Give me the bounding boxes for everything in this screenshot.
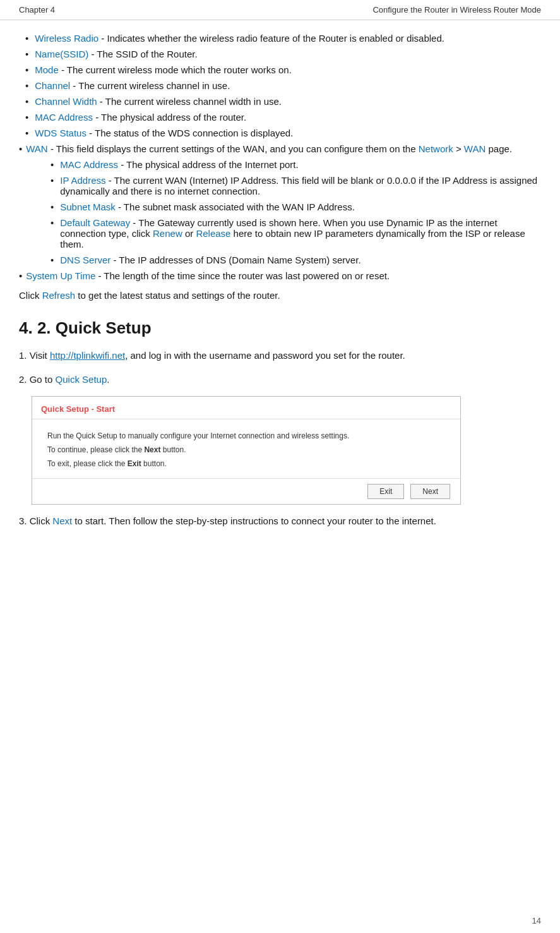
term-dns-server: DNS Server xyxy=(60,255,110,265)
list-item: • DNS Server - The IP addresses of DNS (… xyxy=(44,255,541,265)
num-2: 2. Go to Quick Setup. xyxy=(19,374,109,385)
list-item: • IP Address - The current WAN (Internet… xyxy=(44,175,541,196)
term-mac-address: MAC Address xyxy=(35,112,93,123)
screenshot-exit-word: Exit xyxy=(128,459,141,468)
term-refresh: Refresh xyxy=(42,290,76,301)
system-up-time-section: • System Up Time - The length of the tim… xyxy=(19,270,541,281)
bullet-dot: • xyxy=(25,96,28,107)
bullet-dot: • xyxy=(51,202,54,212)
term-next: Next xyxy=(52,515,72,526)
system-up-time-text: System Up Time - The length of the time … xyxy=(26,270,390,281)
term-quick-setup: Quick Setup xyxy=(56,374,107,385)
numbered-item-1: 1. Visit http://tplinkwifi.net, and log … xyxy=(19,348,541,363)
item-text: Name(SSID) - The SSID of the Router. xyxy=(35,49,197,59)
list-item: • Mode - The current wireless mode which… xyxy=(19,64,541,75)
tplinkwifi-link[interactable]: http://tplinkwifi.net xyxy=(50,350,125,361)
list-item: • Wireless Radio - Indicates whether the… xyxy=(19,33,541,44)
section-heading: 4. 2. Quick Setup xyxy=(19,318,541,338)
bullet-dot: • xyxy=(51,217,54,228)
term-subnet-mask: Subnet Mask xyxy=(60,202,116,212)
list-item: • Channel - The current wireless channel… xyxy=(19,80,541,91)
item-text: IP Address - The current WAN (Internet) … xyxy=(60,175,541,196)
list-item: • MAC Address - The physical address of … xyxy=(19,112,541,123)
wan-sub-bullets: • MAC Address - The physical address of … xyxy=(19,159,541,265)
num-1: 1. Visit http://tplinkwifi.net, and log … xyxy=(19,350,405,361)
item-text: Channel - The current wireless channel i… xyxy=(35,80,230,91)
term-name-ssid: Name(SSID) xyxy=(35,49,88,59)
wan-bullet-list: • MAC Address - The physical address of … xyxy=(44,159,541,265)
item-text: MAC Address - The physical address of th… xyxy=(35,112,246,123)
numbered-item-2: 2. Go to Quick Setup. xyxy=(19,372,541,387)
screenshot-body: Run the Quick Setup to manually configur… xyxy=(32,419,460,478)
term-channel-width: Channel Width xyxy=(35,96,97,107)
section-label: Configure the Router in Wireless Router … xyxy=(372,5,541,15)
list-item: • Name(SSID) - The SSID of the Router. xyxy=(19,49,541,59)
screenshot-line3: To exit, please click the Exit button. xyxy=(47,457,445,470)
term-channel: Channel xyxy=(35,80,70,91)
item-text: Default Gateway - The Gateway currently … xyxy=(60,217,541,250)
term-renew: Renew xyxy=(153,228,182,239)
num-3: 3. Click Next to start. Then follow the … xyxy=(19,515,436,526)
bullet-dot: • xyxy=(25,49,28,59)
item-text: MAC Address - The physical address of th… xyxy=(60,159,298,170)
term-wds-status: WDS Status xyxy=(35,128,86,138)
exit-button[interactable]: Exit xyxy=(367,484,404,499)
bullet-dot: • xyxy=(51,255,54,265)
term-ip-address: IP Address xyxy=(60,175,105,186)
list-item: • MAC Address - The physical address of … xyxy=(44,159,541,170)
refresh-line: Click Refresh to get the latest status a… xyxy=(19,289,541,303)
term-default-gateway: Default Gateway xyxy=(60,217,130,228)
wan-text: WAN - This field displays the current se… xyxy=(26,143,512,154)
list-item: • Default Gateway - The Gateway currentl… xyxy=(44,217,541,250)
term-wireless-radio: Wireless Radio xyxy=(35,33,98,44)
page-number: 14 xyxy=(532,916,541,925)
item-text: WDS Status - The status of the WDS conne… xyxy=(35,128,293,138)
bullet-dot: • xyxy=(19,143,22,154)
screenshot-line2: To continue, please click the Next butto… xyxy=(47,443,445,456)
screenshot-next-word: Next xyxy=(144,445,160,454)
screenshot-footer: Exit Next xyxy=(32,478,460,504)
term-system-up-time: System Up Time xyxy=(26,270,95,281)
bullet-dot: • xyxy=(25,128,28,138)
bullet-dot: • xyxy=(51,175,54,186)
screenshot-title: Quick Setup - Start xyxy=(41,404,115,414)
numbered-item-3: 3. Click Next to start. Then follow the … xyxy=(19,514,541,529)
bullet-dot: • xyxy=(25,64,28,75)
next-button[interactable]: Next xyxy=(410,484,450,499)
item-text: Channel Width - The current wireless cha… xyxy=(35,96,282,107)
page-header: Chapter 4 Configure the Router in Wirele… xyxy=(0,0,560,20)
screenshot-box: Quick Setup - Start Run the Quick Setup … xyxy=(32,396,461,505)
screenshot-header: Quick Setup - Start xyxy=(32,397,460,419)
wan-section: • WAN - This field displays the current … xyxy=(19,143,541,154)
bullet-dot: • xyxy=(51,159,54,170)
bullet-dot: • xyxy=(25,80,28,91)
chapter-label: Chapter 4 xyxy=(19,5,55,15)
wireless-bullet-list: • Wireless Radio - Indicates whether the… xyxy=(19,33,541,138)
term-release: Release xyxy=(196,228,230,239)
item-text: Wireless Radio - Indicates whether the w… xyxy=(35,33,444,44)
list-item: • Subnet Mask - The subnet mask associat… xyxy=(44,202,541,212)
item-text: Mode - The current wireless mode which t… xyxy=(35,64,292,75)
item-text: Subnet Mask - The subnet mask associated… xyxy=(60,202,355,212)
item-text: DNS Server - The IP addresses of DNS (Do… xyxy=(60,255,360,265)
screenshot-line1: Run the Quick Setup to manually configur… xyxy=(47,430,445,442)
bullet-dot: • xyxy=(25,33,28,44)
list-item: • Channel Width - The current wireless c… xyxy=(19,96,541,107)
bullet-dot: • xyxy=(25,112,28,123)
term-wan2: WAN xyxy=(464,143,486,154)
term-network: Network xyxy=(419,143,453,154)
list-item: • WDS Status - The status of the WDS con… xyxy=(19,128,541,138)
term-mode: Mode xyxy=(35,64,59,75)
bullet-dot: • xyxy=(19,270,22,281)
term-wan-mac: MAC Address xyxy=(60,159,118,170)
term-wan: WAN xyxy=(26,143,47,154)
